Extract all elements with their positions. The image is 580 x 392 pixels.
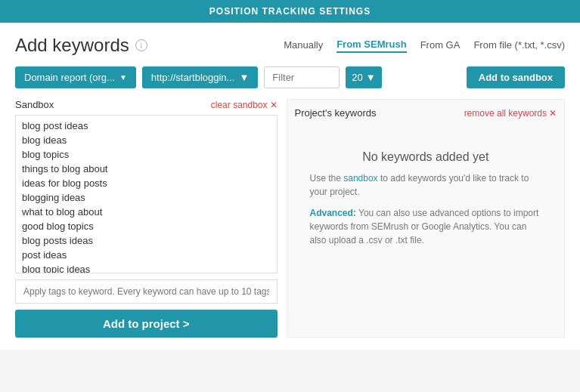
top-bar-title: POSITION TRACKING SETTINGS: [209, 6, 371, 17]
top-bar: POSITION TRACKING SETTINGS: [0, 0, 580, 23]
list-item[interactable]: blog topic ideas: [16, 262, 277, 273]
domain-report-select[interactable]: Domain report (org... ▼: [15, 66, 136, 88]
list-item[interactable]: blog posts ideas: [16, 233, 277, 248]
close-icon: ✕: [270, 100, 278, 110]
url-select[interactable]: http://startbloggin... ▼: [142, 66, 258, 88]
add-sandbox-button[interactable]: Add to sandbox: [467, 66, 565, 88]
list-item[interactable]: ideas for blog posts: [16, 176, 277, 190]
columns-row: Sandbox clear sandbox ✕ blog post ideasb…: [15, 99, 565, 338]
remove-all-keywords-button[interactable]: remove all keywords ✕: [464, 108, 557, 119]
title-row: Add keywords i Manually From SEMrush Fro…: [15, 35, 565, 56]
number-select[interactable]: 20 ▼: [346, 66, 381, 88]
list-item[interactable]: blog post ideas: [16, 119, 277, 133]
chevron-down-icon: ▼: [119, 73, 127, 82]
info-icon[interactable]: i: [135, 39, 147, 51]
main-content: Add keywords i Manually From SEMrush Fro…: [0, 23, 580, 350]
clear-sandbox-label: clear sandbox: [211, 100, 268, 110]
list-item[interactable]: blogging ideas: [16, 190, 277, 205]
no-keywords-section: No keywords added yet Use the sandbox to…: [295, 128, 557, 262]
sandbox-label: Sandbox: [15, 99, 54, 110]
sandbox-column: Sandbox clear sandbox ✕ blog post ideasb…: [15, 99, 278, 338]
add-to-project-button[interactable]: Add to project >: [15, 310, 278, 338]
list-item[interactable]: blog topics: [16, 147, 277, 162]
list-item[interactable]: blog ideas: [16, 133, 277, 147]
page-title: Add keywords: [15, 35, 129, 56]
list-item[interactable]: good blog topics: [16, 219, 277, 233]
tags-input[interactable]: [15, 279, 278, 304]
number-label: 20: [352, 72, 362, 83]
clear-sandbox-button[interactable]: clear sandbox ✕: [211, 100, 278, 110]
keywords-label: Project's keywords: [295, 107, 377, 119]
controls-row: Domain report (org... ▼ http://startblog…: [15, 66, 565, 88]
domain-report-label: Domain report (org...: [24, 72, 115, 83]
tab-ga[interactable]: From GA: [420, 39, 461, 52]
filter-input[interactable]: [264, 66, 340, 88]
url-label: http://startbloggin...: [151, 72, 235, 83]
advanced-link[interactable]: Advanced:: [310, 208, 356, 218]
tab-manually[interactable]: Manually: [284, 39, 323, 52]
close-icon-2: ✕: [549, 108, 557, 119]
no-keywords-advanced: Advanced: You can also use advanced opti…: [310, 206, 542, 247]
list-item[interactable]: what to blog about: [16, 205, 277, 219]
tab-nav: Manually From SEMrush From GA From file …: [284, 39, 565, 53]
tab-semrush[interactable]: From SEMrush: [337, 39, 406, 53]
add-to-project-label: Add to project >: [103, 317, 190, 330]
chevron-down-icon-3: ▼: [366, 72, 376, 83]
page-title-group: Add keywords i: [15, 35, 147, 56]
keywords-header: Project's keywords remove all keywords ✕: [295, 107, 557, 119]
sandbox-list[interactable]: blog post ideasblog ideasblog topicsthin…: [15, 115, 278, 273]
sandbox-link[interactable]: sandbox: [343, 173, 377, 184]
list-item[interactable]: post ideas: [16, 248, 277, 262]
sandbox-header: Sandbox clear sandbox ✕: [15, 99, 278, 110]
keywords-column: Project's keywords remove all keywords ✕…: [287, 99, 566, 338]
chevron-down-icon-2: ▼: [239, 72, 249, 83]
add-sandbox-label: Add to sandbox: [479, 72, 553, 83]
tab-file[interactable]: From file (*.txt, *.csv): [473, 39, 565, 52]
list-item[interactable]: things to blog about: [16, 162, 277, 176]
no-keywords-description: Use the sandbox to add keywords you'd li…: [310, 171, 542, 199]
no-keywords-title: No keywords added yet: [310, 150, 542, 164]
remove-all-label: remove all keywords: [464, 108, 547, 119]
